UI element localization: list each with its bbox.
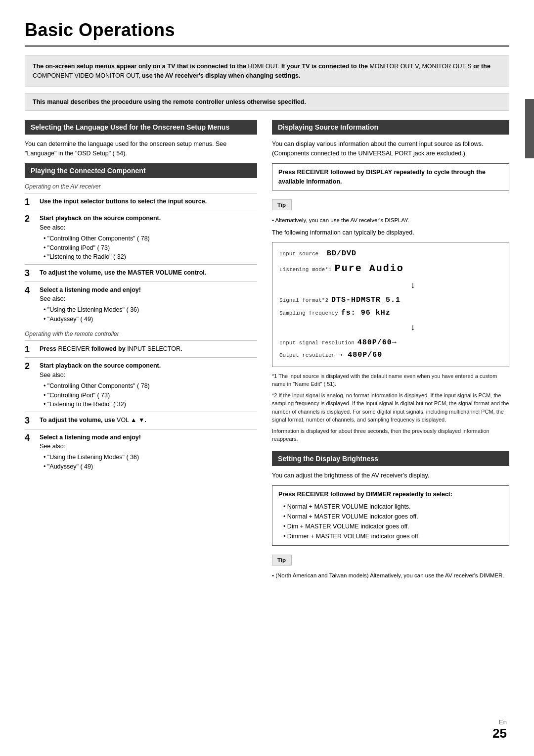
step-content: Start playback on the source component. … xyxy=(40,361,257,409)
diagram-row-2: Listening mode*1 Pure Audio xyxy=(279,260,502,277)
page-title: Basic Operations xyxy=(25,20,509,41)
diagram-row-6: Output resolution → 480P/60 xyxy=(279,349,502,362)
manual-note: This manual describes the procedure usin… xyxy=(25,93,509,111)
brightness-list: Normal + MASTER VOLUME indicator lights.… xyxy=(278,502,503,541)
diagram-value: Pure Audio xyxy=(335,260,404,277)
right-column: Displaying Source Information You can di… xyxy=(272,120,509,583)
section-language-body: You can determine the language used for … xyxy=(25,140,257,158)
step-remote-3: 3 To adjust the volume, use VOL ▲ ▼. xyxy=(25,412,257,429)
tip-content-brightness: • (North American and Taiwan models) Alt… xyxy=(272,571,509,580)
diagram-value: → 480P/60 xyxy=(338,349,382,362)
list-item: "Controlling Other Components" ( 78) xyxy=(44,234,257,243)
diagram-row-3: Signal format*2 DTS-HDMSTR 5.1 xyxy=(279,294,502,307)
arrow-down-icon: ↓ xyxy=(324,320,502,335)
list-item: "Listening to the Radio" ( 32) xyxy=(44,400,257,409)
list-item: Normal + MASTER VOLUME indicator goes of… xyxy=(283,512,503,521)
diagram-intro: The following information can typically … xyxy=(272,228,509,237)
step-content: Select a listening mode and enjoy! See a… xyxy=(40,433,257,472)
diagram-label: Listening mode*1 xyxy=(279,266,332,273)
step-content: Press RECEIVER followed by INPUT SELECTO… xyxy=(40,344,257,354)
step-av-1: 1 Use the input selector buttons to sele… xyxy=(25,193,257,210)
step-list: "Controlling Other Components" ( 78) "Co… xyxy=(40,234,257,262)
step-num: 1 xyxy=(25,197,36,208)
step-num: 3 xyxy=(25,268,36,279)
footnote-1: *1 The input source is displayed with th… xyxy=(272,372,509,388)
top-notice: The on-screen setup menus appear only on… xyxy=(25,55,509,87)
list-item: Dimmer + MASTER VOLUME indicator goes of… xyxy=(283,531,503,541)
diagram-label: Sampling frequency xyxy=(279,310,338,317)
tip-label: Tip xyxy=(272,555,292,566)
page-number-area: En 25 xyxy=(492,718,507,741)
section-display-header: Displaying Source Information xyxy=(272,120,509,135)
list-item: "Audyssey" ( 49) xyxy=(44,462,257,472)
list-item: "Audyssey" ( 49) xyxy=(44,315,257,324)
arrow-down-icon: ↓ xyxy=(324,278,502,293)
step-content: Start playback on the source component. … xyxy=(40,214,257,262)
page-en-label: En xyxy=(492,718,507,726)
diagram-label: Input source xyxy=(279,250,324,257)
step-num: 4 xyxy=(25,285,36,296)
list-item: Normal + MASTER VOLUME indicator lights. xyxy=(283,502,503,512)
list-item: Dim + MASTER VOLUME indicator goes off. xyxy=(283,521,503,531)
step-content: Use the input selector buttons to select… xyxy=(40,197,257,206)
operating-remote-label: Operating with the remote controller xyxy=(25,331,257,337)
step-list: "Using the Listening Modes" ( 36) "Audys… xyxy=(40,453,257,472)
step-list: "Using the Listening Modes" ( 36) "Audys… xyxy=(40,305,257,324)
diagram-label: Signal format*2 xyxy=(279,297,328,304)
tip-content-display: • Alternatively, you can use the AV rece… xyxy=(272,216,509,225)
diagram-row-4: Sampling frequency fs: 96 kHz xyxy=(279,307,502,320)
step-content: To adjust the volume, use VOL ▲ ▼. xyxy=(40,416,257,425)
step-num: 3 xyxy=(25,416,36,426)
step-list: "Controlling Other Components" ( 78) "Co… xyxy=(40,381,257,409)
diagram-label: Output resolution xyxy=(279,352,335,359)
section-display-body: You can display various information abou… xyxy=(272,140,509,158)
step-num: 2 xyxy=(25,214,36,225)
list-item: "Controlling iPod" ( 73) xyxy=(44,243,257,253)
tip-box-display: Tip xyxy=(272,195,509,214)
left-column: Selecting the Language Used for the Onsc… xyxy=(25,120,257,583)
diagram-value: BD/DVD xyxy=(327,247,356,260)
step-num: 1 xyxy=(25,344,36,355)
footnote-3: Information is displayed for about three… xyxy=(272,427,509,443)
list-item: "Using the Listening Modes" ( 36) xyxy=(44,453,257,462)
step-num: 4 xyxy=(25,433,36,444)
page-number: 25 xyxy=(492,726,507,741)
section-brightness-body: You can adjust the brightness of the AV … xyxy=(272,471,509,480)
step-remote-1: 1 Press RECEIVER followed by INPUT SELEC… xyxy=(25,340,257,358)
section-brightness-header: Setting the Display Brightness xyxy=(272,451,509,466)
tip-box-brightness: Tip xyxy=(272,551,509,569)
diagram-row-1: Input source BD/DVD xyxy=(279,247,502,260)
step-num: 2 xyxy=(25,361,36,372)
step-av-2: 2 Start playback on the source component… xyxy=(25,210,257,264)
section-playing-header: Playing the Connected Component xyxy=(25,163,257,178)
operating-av-label: Operating on the AV receiver xyxy=(25,183,257,190)
list-item: "Controlling Other Components" ( 78) xyxy=(44,381,257,391)
section-language-header: Selecting the Language Used for the Onsc… xyxy=(25,120,257,135)
display-diagram: Input source BD/DVD Listening mode*1 Pur… xyxy=(272,242,509,367)
list-item: "Listening to the Radio" ( 32) xyxy=(44,252,257,262)
step-content: Select a listening mode and enjoy! See a… xyxy=(40,285,257,324)
tip-label: Tip xyxy=(272,199,292,210)
diagram-row-5: Input signal resolution 480P/60→ xyxy=(279,336,502,349)
diagram-value: fs: 96 kHz xyxy=(341,307,391,320)
step-content: To adjust the volume, use the MASTER VOL… xyxy=(40,268,257,278)
step-remote-2: 2 Start playback on the source component… xyxy=(25,357,257,412)
press-brightness-box: Press RECEIVER followed by DIMMER repeat… xyxy=(272,485,509,546)
side-tab xyxy=(525,99,534,158)
press-display-box: Press RECEIVER followed by DISPLAY repea… xyxy=(272,163,509,191)
diagram-value: 480P/60→ xyxy=(357,336,397,349)
diagram-label: Input signal resolution xyxy=(279,339,355,346)
step-av-3: 3 To adjust the volume, use the MASTER V… xyxy=(25,264,257,282)
step-av-4: 4 Select a listening mode and enjoy! See… xyxy=(25,282,257,327)
main-content: Selecting the Language Used for the Onsc… xyxy=(25,120,509,583)
diagram-value: DTS-HDMSTR 5.1 xyxy=(331,294,400,307)
list-item: "Controlling iPod" ( 73) xyxy=(44,391,257,400)
footnote-2: *2 If the input signal is analog, no for… xyxy=(272,391,509,424)
list-item: "Using the Listening Modes" ( 36) xyxy=(44,305,257,315)
step-remote-4: 4 Select a listening mode and enjoy! See… xyxy=(25,429,257,474)
